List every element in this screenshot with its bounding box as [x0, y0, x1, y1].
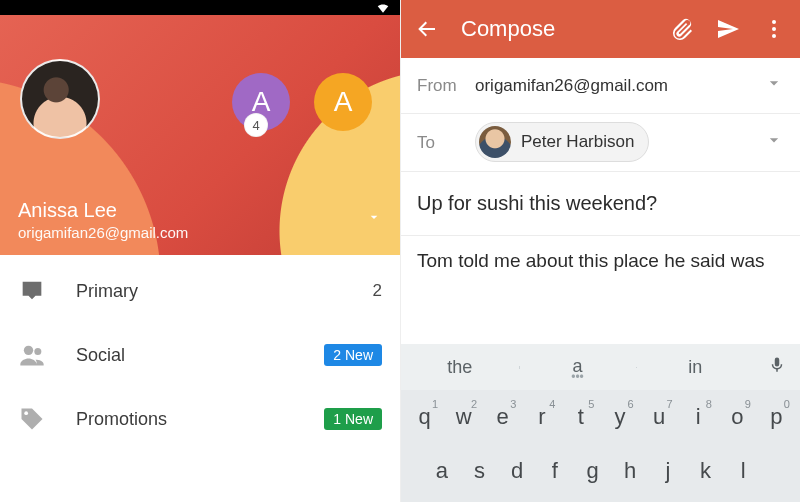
back-icon[interactable] — [411, 13, 443, 45]
to-label: To — [417, 133, 475, 153]
key-p[interactable]: 0p — [757, 396, 796, 438]
status-bar — [0, 0, 400, 15]
nav-list: Primary 2 Social 2 New Promotions 1 New — [0, 255, 400, 502]
from-label: From — [417, 76, 475, 96]
key-t[interactable]: 5t — [561, 396, 600, 438]
nav-item-label: Primary — [76, 281, 373, 302]
svg-point-2 — [24, 411, 28, 415]
nav-item-badge: 1 New — [324, 408, 382, 430]
body-row[interactable]: Tom told me about this place he said was — [401, 236, 800, 306]
key-y[interactable]: 6y — [600, 396, 639, 438]
key-k[interactable]: k — [687, 450, 725, 492]
key-e[interactable]: 3e — [483, 396, 522, 438]
nav-item-promotions[interactable]: Promotions 1 New — [0, 387, 400, 451]
svg-point-0 — [24, 346, 33, 355]
nav-item-primary[interactable]: Primary 2 — [0, 259, 400, 323]
body-input[interactable]: Tom told me about this place he said was — [417, 248, 784, 274]
inbox-icon — [18, 277, 46, 305]
key-h[interactable]: h — [611, 450, 649, 492]
recipient-chip[interactable]: Peter Harbison — [475, 122, 649, 162]
avatar-main[interactable] — [20, 59, 100, 139]
svg-point-1 — [34, 348, 41, 355]
chevron-down-icon[interactable] — [764, 130, 784, 155]
key-a[interactable]: a — [423, 450, 461, 492]
nav-drawer-pane: A A 4 Anissa Lee origamifan26@gmail.com … — [0, 0, 400, 502]
avatar-alt-badge: 4 — [244, 113, 268, 137]
nav-item-count: 2 — [373, 281, 382, 301]
key-i[interactable]: 8i — [679, 396, 718, 438]
key-g[interactable]: g — [574, 450, 612, 492]
key-f[interactable]: f — [536, 450, 574, 492]
nav-item-badge: 2 New — [324, 344, 382, 366]
to-row[interactable]: To Peter Harbison — [401, 114, 800, 172]
from-row[interactable]: From origamifan26@gmail.com — [401, 58, 800, 114]
suggestion-1[interactable]: the — [401, 357, 519, 378]
nav-item-label: Social — [76, 345, 324, 366]
wifi-icon — [376, 1, 390, 15]
account-name: Anissa Lee — [18, 199, 382, 222]
suggestion-2[interactable]: a••• — [519, 356, 637, 379]
avatar-alt-2-initial: A — [334, 86, 353, 118]
mic-icon[interactable] — [754, 356, 800, 379]
attach-icon[interactable] — [666, 13, 698, 45]
people-icon — [18, 341, 46, 369]
key-d[interactable]: d — [498, 450, 536, 492]
key-u[interactable]: 7u — [640, 396, 679, 438]
compose-form: From origamifan26@gmail.com To Peter Har… — [401, 58, 800, 306]
nav-item-label: Promotions — [76, 409, 324, 430]
chevron-down-icon[interactable] — [764, 73, 784, 98]
key-w[interactable]: 2w — [444, 396, 483, 438]
keyboard: the a••• in 1q2w3e4r5t6y7u8i9o0p asdfghj… — [401, 344, 800, 502]
avatar-alt-2[interactable]: A — [314, 73, 372, 131]
suggestion-row: the a••• in — [401, 344, 800, 390]
recipient-avatar — [479, 126, 511, 158]
key-l[interactable]: l — [724, 450, 762, 492]
keyboard-row-2: asdfghjkl — [401, 444, 800, 498]
key-o[interactable]: 9o — [718, 396, 757, 438]
subject-input[interactable]: Up for sushi this weekend? — [417, 192, 784, 215]
key-s[interactable]: s — [461, 450, 499, 492]
account-email: origamifan26@gmail.com — [18, 224, 382, 241]
overflow-icon[interactable] — [758, 13, 790, 45]
drawer-header: A A 4 Anissa Lee origamifan26@gmail.com — [0, 15, 400, 255]
subject-row[interactable]: Up for sushi this weekend? — [401, 172, 800, 236]
suggestion-3[interactable]: in — [636, 357, 754, 378]
tag-icon — [18, 405, 46, 433]
recipient-name: Peter Harbison — [521, 132, 634, 152]
svg-point-3 — [772, 20, 776, 24]
compose-pane: Compose From origamifan26@gmail.com To P… — [400, 0, 800, 502]
to-value: Peter Harbison — [475, 122, 764, 163]
nav-item-social[interactable]: Social 2 New — [0, 323, 400, 387]
send-icon[interactable] — [712, 13, 744, 45]
compose-spacer — [401, 306, 800, 344]
account-switcher-caret-icon[interactable] — [366, 209, 382, 229]
svg-point-4 — [772, 27, 776, 31]
keyboard-row-1: 1q2w3e4r5t6y7u8i9o0p — [401, 390, 800, 444]
key-q[interactable]: 1q — [405, 396, 444, 438]
compose-title: Compose — [461, 16, 652, 42]
svg-point-5 — [772, 34, 776, 38]
compose-appbar: Compose — [401, 0, 800, 58]
from-value: origamifan26@gmail.com — [475, 76, 764, 96]
key-r[interactable]: 4r — [522, 396, 561, 438]
key-j[interactable]: j — [649, 450, 687, 492]
